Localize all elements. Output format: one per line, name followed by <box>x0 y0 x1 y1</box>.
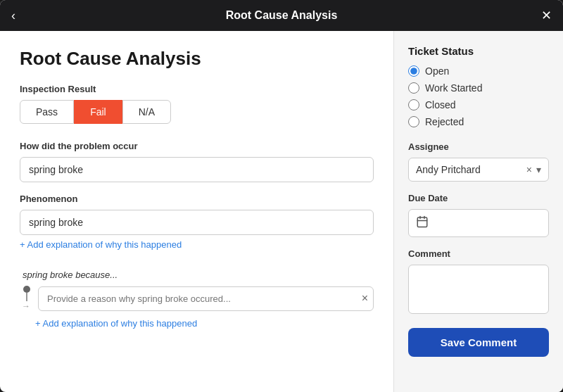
modal-body: Root Cause Analysis Inspection Result Pa… <box>0 31 563 392</box>
because-input-row: → × <box>20 286 374 311</box>
arrow-icon: → <box>22 301 30 311</box>
ticket-status-radio-group: Open Work Started Closed Rejected <box>408 65 549 127</box>
assignee-clear-icon[interactable]: × <box>526 164 532 175</box>
assignee-name: Andy Pritchard <box>416 164 481 175</box>
svg-rect-0 <box>417 217 427 227</box>
because-label: spring broke because... <box>20 270 374 280</box>
because-clear-button[interactable]: × <box>362 293 368 304</box>
status-closed-radio[interactable] <box>408 99 419 110</box>
add-explanation-link-1[interactable]: + Add explanation of why this happened <box>20 239 182 250</box>
phenomenon-label: Phenomenon <box>20 194 374 204</box>
status-rejected-label: Rejected <box>425 116 464 127</box>
phenomenon-input[interactable] <box>20 210 374 235</box>
problem-occur-label: How did the problem occur <box>20 141 374 151</box>
ticket-status-title: Ticket Status <box>408 45 549 57</box>
problem-occur-input[interactable] <box>20 157 374 182</box>
status-open-radio[interactable] <box>408 65 419 77</box>
status-work-started-label: Work Started <box>425 82 482 94</box>
problem-occur-group: How did the problem occur <box>20 141 374 182</box>
connector-line <box>26 293 27 301</box>
modal-container: ‹ Root Cause Analysis ✕ Root Cause Analy… <box>0 0 563 392</box>
status-closed[interactable]: Closed <box>408 99 549 110</box>
back-button[interactable]: ‹ <box>11 9 15 22</box>
assignee-select[interactable]: Andy Pritchard × ▾ <box>408 158 549 182</box>
assignee-chevron-icon[interactable]: ▾ <box>536 164 541 175</box>
sidebar: Ticket Status Open Work Started Closed R… <box>394 31 563 392</box>
modal-title: Root Cause Analysis <box>226 9 338 22</box>
inspection-result-group: Inspection Result Pass Fail N/A <box>20 84 374 124</box>
inspection-buttons: Pass Fail N/A <box>20 100 374 124</box>
calendar-icon <box>416 215 429 231</box>
inspection-fail-button[interactable]: Fail <box>74 100 122 124</box>
save-comment-button[interactable]: Save Comment <box>408 328 549 357</box>
because-section: spring broke because... → × + Add explan… <box>20 270 374 329</box>
comment-label: Comment <box>408 248 549 259</box>
comment-textarea[interactable] <box>408 265 549 314</box>
inspection-na-button[interactable]: N/A <box>122 100 171 124</box>
due-date-input[interactable] <box>408 209 549 237</box>
status-work-started[interactable]: Work Started <box>408 82 549 94</box>
because-input-wrapper: × <box>38 286 374 311</box>
assignee-label: Assignee <box>408 141 549 152</box>
add-explanation-link-2[interactable]: + Add explanation of why this happened <box>20 318 197 329</box>
status-rejected[interactable]: Rejected <box>408 116 549 127</box>
status-open[interactable]: Open <box>408 65 549 77</box>
assignee-actions: × ▾ <box>526 164 541 175</box>
page-title: Root Cause Analysis <box>20 48 374 70</box>
status-work-started-radio[interactable] <box>408 82 419 94</box>
due-date-label: Due Date <box>408 193 549 203</box>
inspection-pass-button[interactable]: Pass <box>20 100 74 124</box>
inspection-label: Inspection Result <box>20 84 374 94</box>
status-open-label: Open <box>425 65 449 77</box>
modal-header: ‹ Root Cause Analysis ✕ <box>0 0 563 31</box>
dot-connector <box>23 286 30 293</box>
close-button[interactable]: ✕ <box>541 9 552 22</box>
status-closed-label: Closed <box>425 99 456 110</box>
phenomenon-group: Phenomenon + Add explanation of why this… <box>20 194 374 258</box>
because-input[interactable] <box>38 286 374 311</box>
connector-col: → <box>20 286 34 311</box>
assignee-select-inner: Andy Pritchard × ▾ <box>416 164 541 175</box>
status-rejected-radio[interactable] <box>408 116 419 127</box>
main-content: Root Cause Analysis Inspection Result Pa… <box>0 31 394 392</box>
